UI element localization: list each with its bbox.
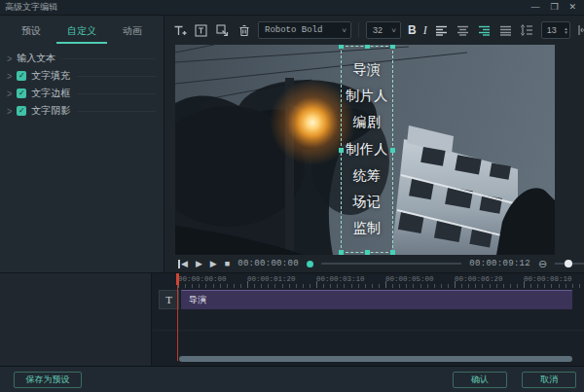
resize-handle[interactable] bbox=[365, 45, 370, 49]
advanced-text-editor-window: 高级文字编辑 — ❒ ✕ 预设 自定义 动画 > 输入文本 > ✓ 文字填充 bbox=[0, 0, 584, 392]
tab-animation[interactable]: 动画 bbox=[107, 24, 158, 44]
resize-handle[interactable] bbox=[339, 148, 344, 153]
resize-handle[interactable] bbox=[390, 45, 395, 49]
close-icon[interactable]: ✕ bbox=[568, 3, 576, 12]
text-box-icon[interactable] bbox=[194, 23, 208, 38]
caption-line: 制片人 bbox=[342, 88, 392, 105]
resize-handle[interactable] bbox=[365, 250, 370, 255]
sidebar-item-text-shadow[interactable]: > ✓ 文字阴影 bbox=[0, 102, 164, 120]
minimize-icon[interactable]: — bbox=[530, 3, 539, 12]
text-overlay-selection[interactable]: 导演 制片人 编剧 制作人 统筹 场记 监制 bbox=[341, 46, 393, 253]
ruler-label: 00:00:05:00 bbox=[385, 275, 434, 283]
sidebar-tabs: 预设 自定义 动画 bbox=[0, 24, 164, 50]
tab-presets[interactable]: 预设 bbox=[6, 24, 56, 44]
settings-sidebar: 预设 自定义 动画 > 输入文本 > ✓ 文字填充 > ✓ 文字边框 bbox=[0, 16, 164, 272]
align-left-icon[interactable] bbox=[434, 23, 449, 38]
title-bar: 高级文字编辑 — ❒ ✕ bbox=[0, 0, 584, 16]
apply-preset-icon[interactable] bbox=[215, 23, 230, 38]
next-frame-button[interactable]: ▶ bbox=[210, 260, 217, 268]
chevron-right-icon[interactable]: > bbox=[7, 53, 12, 64]
chevron-right-icon[interactable]: > bbox=[7, 105, 12, 117]
sidebar-item-text-fill[interactable]: > ✓ 文字填充 bbox=[0, 67, 164, 85]
text-track-icon[interactable]: T bbox=[159, 290, 179, 309]
window-title: 高级文字编辑 bbox=[5, 1, 57, 14]
tab-custom[interactable]: 自定义 bbox=[56, 24, 107, 44]
confirm-button[interactable]: 确认 bbox=[453, 372, 507, 388]
divider bbox=[77, 93, 156, 94]
caption-line: 导演 bbox=[342, 61, 392, 79]
duration-time: 00:00:09:12 bbox=[469, 259, 530, 268]
playhead[interactable] bbox=[177, 273, 178, 361]
divider bbox=[77, 111, 156, 112]
timeline-panel: 00:00:00:00 00:00:01:20 00:00:03:10 00:0… bbox=[0, 272, 584, 366]
delete-text-icon[interactable] bbox=[237, 23, 251, 38]
resize-handle[interactable] bbox=[339, 250, 344, 255]
divider bbox=[358, 22, 359, 38]
ruler-label: 00:00:03:10 bbox=[316, 275, 365, 283]
window-controls: — ❒ ✕ bbox=[530, 3, 576, 12]
line-spacing-value: 13 bbox=[547, 25, 565, 35]
caption-line: 监制 bbox=[342, 220, 392, 237]
save-as-preset-button[interactable]: 保存为预设 bbox=[14, 372, 82, 388]
play-button[interactable]: ▶ bbox=[196, 260, 202, 268]
resize-handle[interactable] bbox=[390, 148, 395, 153]
chevron-down-icon: ˅ bbox=[342, 26, 347, 35]
text-fill-label: 文字填充 bbox=[31, 69, 70, 83]
main-panel: Roboto Bold ˅ 32 ˅ B I bbox=[164, 16, 584, 272]
line-spacing-input[interactable]: 13 ▴▾ bbox=[541, 21, 570, 39]
caption-line: 制作人 bbox=[342, 141, 392, 159]
divider bbox=[62, 58, 156, 59]
playhead-handle[interactable] bbox=[176, 273, 179, 285]
font-family-select[interactable]: Roboto Bold ˅ bbox=[258, 21, 351, 39]
marker-dot-icon[interactable] bbox=[307, 261, 313, 267]
stepper-arrows-icon[interactable]: ▴▾ bbox=[565, 26, 567, 34]
chevron-right-icon[interactable]: > bbox=[7, 88, 12, 99]
sidebar-item-text-border[interactable]: > ✓ 文字边框 bbox=[0, 85, 164, 102]
track-header-area bbox=[0, 273, 152, 366]
previous-frame-button[interactable]: ◀ bbox=[178, 260, 188, 268]
text-border-checkbox[interactable]: ✓ bbox=[17, 89, 26, 98]
text-shadow-checkbox[interactable]: ✓ bbox=[17, 106, 26, 116]
sidebar-item-input-text[interactable]: > 输入文本 bbox=[0, 50, 164, 67]
divider bbox=[77, 76, 156, 77]
text-fill-checkbox[interactable]: ✓ bbox=[17, 71, 26, 81]
font-size-select[interactable]: 32 ˅ bbox=[366, 21, 401, 39]
footer-actions: 确认 取消 bbox=[453, 372, 576, 388]
font-family-value: Roboto Bold bbox=[265, 25, 322, 35]
ruler-label: 00:00:01:20 bbox=[247, 275, 296, 283]
text-toolbar: Roboto Bold ˅ 32 ˅ B I bbox=[164, 16, 584, 45]
align-right-icon[interactable] bbox=[477, 23, 492, 38]
horizontal-scrollbar[interactable] bbox=[179, 356, 572, 362]
chevron-right-icon[interactable]: > bbox=[7, 70, 12, 82]
text-clip[interactable]: 导演 bbox=[181, 290, 572, 309]
cancel-button[interactable]: 取消 bbox=[522, 372, 576, 388]
caption-line: 场记 bbox=[342, 194, 392, 211]
seek-bar[interactable] bbox=[321, 263, 461, 265]
resize-handle[interactable] bbox=[339, 45, 344, 49]
slider-handle[interactable] bbox=[565, 260, 572, 267]
video-preview[interactable]: 导演 制片人 编剧 制作人 统筹 场记 监制 bbox=[175, 45, 555, 255]
maximize-icon[interactable]: ❒ bbox=[550, 3, 558, 12]
resize-handle[interactable] bbox=[390, 250, 395, 255]
chevron-down-icon: ˅ bbox=[391, 26, 396, 35]
align-center-icon[interactable] bbox=[456, 23, 470, 38]
stop-button[interactable]: ■ bbox=[225, 260, 230, 268]
line-spacing-icon bbox=[520, 23, 534, 38]
add-text-icon[interactable] bbox=[172, 23, 187, 38]
zoom-out-icon[interactable]: ⊖ bbox=[538, 259, 547, 269]
timeline-zoom-slider[interactable] bbox=[555, 263, 584, 265]
font-size-value: 32 bbox=[373, 25, 383, 35]
input-text-label: 输入文本 bbox=[17, 52, 55, 65]
playback-controls: ◀ ▶ ▶ ■ 00:00:00:00 00:00:09:12 ⊖ ⊕ bbox=[164, 255, 584, 272]
text-border-label: 文字边框 bbox=[31, 87, 70, 100]
align-justify-icon[interactable] bbox=[498, 23, 513, 38]
caption-line: 统筹 bbox=[342, 167, 392, 185]
current-time: 00:00:00:00 bbox=[237, 259, 299, 268]
ruler-label: 00:00:08:10 bbox=[524, 275, 572, 283]
lane-divider bbox=[153, 330, 584, 331]
footer-bar: 保存为预设 确认 取消 bbox=[0, 366, 584, 392]
bold-button[interactable]: B bbox=[408, 23, 417, 37]
ruler-label: 00:00:06:20 bbox=[455, 275, 503, 283]
caption-line: 编剧 bbox=[342, 114, 392, 131]
italic-button[interactable]: I bbox=[423, 23, 427, 38]
